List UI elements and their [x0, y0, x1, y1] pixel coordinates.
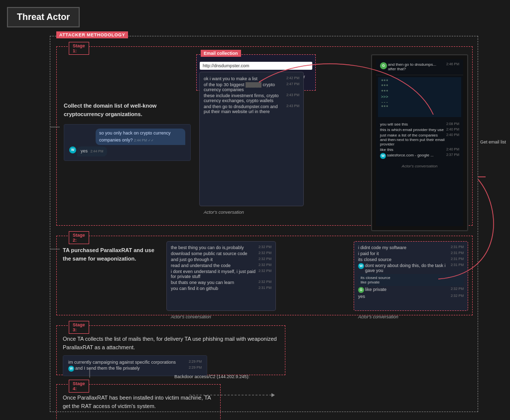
stage1-middle-chat-label: Actor's conversation: [204, 210, 244, 215]
stage3-label: Stage 3:: [69, 321, 89, 334]
stage2-right-chat-label: Actor's conversation: [358, 314, 398, 319]
stage1-section: Stage 1: Collect the domain list of well…: [56, 46, 473, 226]
page-title: Threat Actor: [7, 7, 80, 27]
stage4-description: Once ParallaxRAT has been installed into…: [63, 394, 217, 410]
url-bar: http://dnsdumpster.com: [200, 62, 312, 70]
stage2-left-chat-label: Actor's conversation: [171, 314, 211, 319]
stage3-content: Once TA collects the list of mails then,…: [63, 335, 282, 376]
stage2-right-chat: i didnt code my software2:31 PM i paid f…: [354, 241, 468, 311]
backdoor-label: Backdoor access/C2 (144.202.9.245):: [174, 374, 250, 379]
stage1-chat-msg1: so you only hack on crypto currency comp…: [96, 129, 185, 145]
avatar-g: G: [380, 62, 387, 69]
get-email-label: Get email list: [480, 140, 506, 144]
stage2-label: Stage 2:: [69, 231, 89, 244]
stage1-description: Collect the domain list of well-know cry…: [64, 102, 191, 161]
stage3-description: Once TA collects the list of mails then,…: [63, 335, 282, 351]
avatar-w: W: [69, 146, 76, 153]
stage2-section: Stage 2: TA purchased ParallaxRAT and us…: [56, 236, 473, 315]
avatar-w4: W: [68, 366, 74, 372]
email-collection-label: Email collection: [201, 50, 241, 57]
stage4-section: Stage 4: Once ParallaxRAT has been insta…: [56, 384, 221, 420]
stage2-left-chat: the best thing you can do is,probably2:3…: [166, 241, 276, 311]
stage2-description: TA purchased ParallaxRAT and use the sam…: [63, 246, 162, 263]
stage1-middle-chat: ok i want you to make a list2:42 PM of t…: [199, 72, 304, 206]
stage3-section: Stage 3: Once TA collects the list of ma…: [56, 325, 285, 375]
avatar-w3: W: [358, 263, 364, 269]
stage1-chat-msg2: yes 2:44 PM: [77, 146, 107, 156]
avatar-g2: G: [358, 287, 364, 293]
actor-monitor: G and then go to dnsdumps...after that? …: [371, 54, 468, 231]
methodology-label: ATTACKER METHODOLOGY: [56, 31, 128, 38]
methodology-container: ATTACKER METHODOLOGY Stage 1: Collect th…: [50, 36, 478, 412]
stage1-label: Stage 1:: [69, 42, 89, 55]
avatar-w2: W: [380, 153, 386, 159]
stage4-label: Stage 4:: [69, 380, 89, 393]
